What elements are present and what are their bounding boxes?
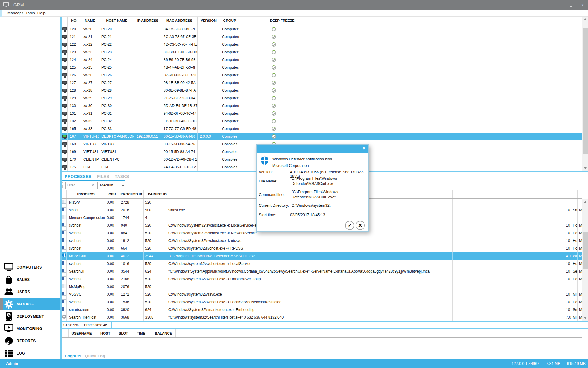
process-row[interactable]: svchost 0.00 664 520 C:\Windows\system32… (62, 245, 582, 252)
column-header[interactable]: BALANCE (151, 329, 176, 337)
computer-row[interactable]: 167 VIRTU-10 DESKTOP-8NCJOMS 192.168.0.5… (62, 133, 582, 140)
dialog-close-icon[interactable]: ✕ (362, 146, 366, 151)
column-header[interactable] (176, 329, 195, 337)
computer-ip (134, 87, 161, 94)
column-header[interactable]: TIME (131, 329, 151, 337)
filter-clear-icon[interactable]: × (92, 183, 94, 187)
filter-input[interactable] (67, 182, 89, 188)
column-header[interactable] (578, 190, 582, 198)
scrollbar-thumb[interactable] (583, 28, 588, 154)
confirm-button[interactable]: ✓ (345, 221, 354, 230)
column-header[interactable]: IP ADDRESS (134, 17, 161, 25)
scroll-down-arrow[interactable] (582, 315, 588, 321)
process-icon (62, 284, 66, 288)
process-row[interactable]: svchost 0.00 1016 520 C:\Windows\system3… (62, 260, 582, 268)
tab-tasks[interactable]: TASKS (115, 174, 129, 179)
scroll-up-arrow[interactable] (582, 17, 588, 22)
sidebar-item-users[interactable]: USERS (0, 286, 60, 298)
sidebar-item-manage[interactable]: MANAGE (0, 298, 60, 310)
priority-dropdown[interactable]: Medium (97, 182, 127, 189)
scroll-up-arrow[interactable] (582, 199, 588, 205)
scroll-down-arrow[interactable] (582, 166, 588, 171)
computer-row[interactable]: 129 xx-29 PC-29 21-75-BE-99-03-04 Comput… (62, 94, 582, 102)
computer-mac: 00-15-5D-88-A4-86 (161, 133, 198, 140)
tab-logouts[interactable]: Logouts (65, 354, 81, 358)
column-header[interactable] (62, 190, 67, 198)
toolbar-drag-handle[interactable] (62, 182, 65, 190)
column-header[interactable]: DEEP FREEZE (265, 17, 300, 25)
computer-name: xx-24 (81, 56, 99, 64)
sidebar-item-monitoring[interactable]: MONITORING (0, 323, 60, 335)
column-header[interactable]: NAME (81, 17, 99, 25)
computers-scrollbar[interactable] (582, 17, 588, 171)
process-row[interactable]: svchost 0.00 1536 520 C:\Windows\system3… (62, 298, 582, 306)
computer-row[interactable]: 165 xx-33 PC-33 17-7C-77-C6-FD-48 Comput… (62, 125, 582, 133)
column-header[interactable] (218, 329, 241, 337)
scrollbar-thumb[interactable] (583, 232, 588, 269)
file-name-field[interactable]: C:\Program Files\Windows Defender\MSASCu… (290, 175, 366, 187)
column-header[interactable]: NO. (68, 17, 81, 25)
process-row[interactable]: svchost 0.00 1912 520 C:\Windows\System3… (62, 237, 582, 245)
column-header[interactable]: VERSION (198, 17, 220, 25)
computer-ip (134, 94, 161, 102)
command-line-field[interactable]: "C:\Program Files\Windows Defender\MSASC… (290, 189, 366, 201)
column-header[interactable]: PROCESS (67, 190, 105, 198)
sidebar-item-sales[interactable]: SALES (0, 274, 60, 286)
sidebar-item-reports[interactable]: REPORTS (0, 335, 60, 347)
computer-row[interactable]: 130 xx-30 PC-30 5D-AD-E9-DF-1B-87 Comput… (62, 102, 582, 110)
computer-row[interactable]: 125 xx-25 PC-25 4B-47-AB-DF-53-4F Comput… (62, 64, 582, 71)
process-row[interactable]: MSASCuiL 0.00 4012 3944 "C:\Program File… (62, 252, 582, 260)
menu-item-help[interactable]: Help (36, 11, 47, 15)
process-row[interactable]: MsMpEng 0.00 2076 520 (62, 283, 582, 291)
computer-row[interactable]: 124 xx-24 PC-24 86-B9-20-7E-B6-98 Comput… (62, 56, 582, 64)
column-header[interactable]: GROUP (220, 17, 239, 25)
computer-row[interactable]: 132 xx-32 PC-32 FB-10-BC-43-06-3C Comput… (62, 117, 582, 125)
column-header[interactable] (453, 190, 564, 198)
sidebar-item-deployment[interactable]: DEPLOYMENT (0, 310, 60, 323)
computer-row[interactable]: 123 xx-23 PC-23 8D-B8-E1-0E-5B-D3 Comput… (62, 48, 582, 56)
column-header[interactable]: HOST NAME (99, 17, 134, 25)
computer-row[interactable]: 127 xx-27 PC-27 08-1F-BB-09-42-5A Comput… (62, 79, 582, 87)
sidebar-item-log[interactable]: LOG (0, 347, 60, 359)
computer-row[interactable]: 120 xx-20 PC-20 84-1A-6D-89-BE-7E Comput… (62, 25, 582, 33)
column-header[interactable] (564, 190, 571, 198)
column-header[interactable]: SLOT (116, 329, 131, 337)
column-header[interactable] (239, 17, 265, 25)
close-button[interactable]: ✕ (577, 0, 588, 10)
minimize-button[interactable] (555, 0, 566, 10)
computer-row[interactable]: 122 xx-22 PC-22 4D-C3-5C-76-F4-FE Comput… (62, 41, 582, 48)
process-row[interactable]: svchost 0.00 2168 520 C:\Windows\system3… (62, 275, 582, 283)
column-header[interactable] (62, 329, 69, 337)
sidebar-item-computers[interactable]: COMPUTERS (0, 261, 60, 274)
column-header[interactable] (571, 190, 578, 198)
column-header[interactable]: CPU (105, 190, 119, 198)
column-header[interactable]: PARENT ID (144, 190, 167, 198)
restore-button[interactable] (566, 0, 577, 10)
tab-quick-log[interactable]: Quick Log (85, 354, 105, 358)
computer-row[interactable]: 121 xx-21 PC-21 2C-A0-78-67-CF-3F Comput… (62, 33, 582, 41)
column-header[interactable]: HOST (95, 329, 116, 337)
tab-processes[interactable]: PROCESSES (65, 174, 92, 179)
computer-name: xx-29 (81, 94, 99, 102)
computer-row[interactable]: 126 xx-26 PC-26 DA-AD-03-7D-FB-9D Comput… (62, 71, 582, 79)
computer-version (198, 117, 220, 125)
process-row[interactable]: SearchFilterHost 0.00 3668 3308 "C:\Wind… (62, 314, 582, 321)
column-header[interactable]: PROCESS ID (119, 190, 144, 198)
column-header[interactable] (300, 17, 582, 25)
column-header[interactable]: MAC ADDRESS (161, 17, 198, 25)
process-row[interactable]: VSSVC 0.00 1272 520 C:\Windows\system32\… (62, 291, 582, 298)
process-scrollbar[interactable] (582, 199, 588, 321)
column-header[interactable] (195, 329, 218, 337)
cancel-button[interactable]: ✕ (356, 221, 365, 230)
current-directory-field[interactable]: C:\Windows\system32\ (290, 202, 366, 209)
column-header[interactable] (241, 329, 582, 337)
computer-row[interactable]: 128 xx-28 PC-28 80-6E-69-8E-B7-FA Comput… (62, 87, 582, 94)
menu-item-manager[interactable]: Manager (6, 11, 24, 15)
column-header[interactable] (62, 17, 68, 25)
process-row[interactable]: SearchUI 0.00 3544 624 "C:\Windows\Syste… (62, 268, 582, 275)
process-row[interactable]: smartscreen 0.00 3920 624 C:\Windows\Sys… (62, 306, 582, 314)
column-header[interactable]: USERNAME (69, 329, 95, 337)
menu-item-tools[interactable]: Tools (24, 11, 36, 15)
computer-row[interactable]: 131 xx-31 PC-31 94-6D-6F-0D-9C-47 Comput… (62, 110, 582, 117)
tab-files[interactable]: FILES (97, 174, 109, 179)
